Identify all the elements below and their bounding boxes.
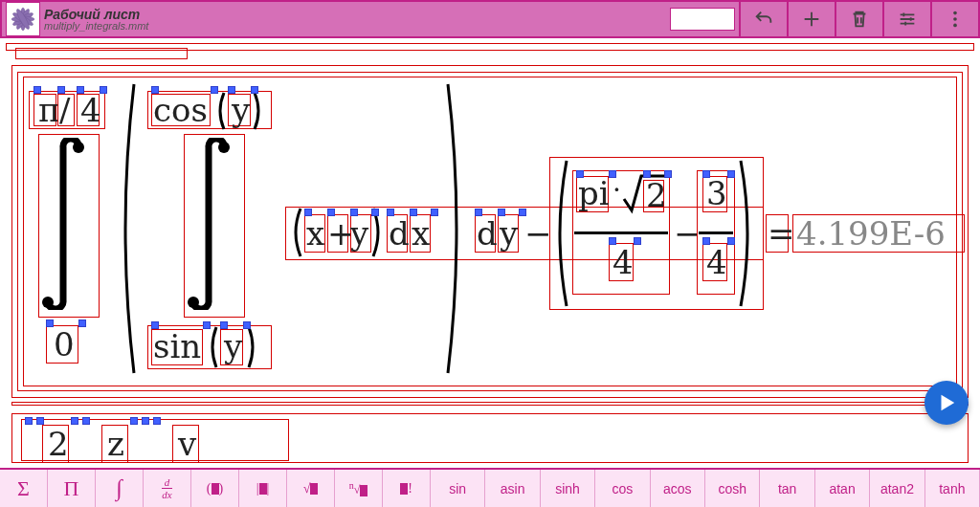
worksheet-title: Рабочий лист: [44, 8, 148, 21]
int1-lower-0[interactable]: 0: [54, 325, 75, 364]
int2-upper-y[interactable]: y: [232, 91, 250, 129]
work-area[interactable]: π / 4 0 cos y sin y: [0, 38, 980, 468]
sliders-icon: [897, 9, 918, 30]
play-button[interactable]: [924, 381, 969, 425]
fraction-bar-1: [574, 231, 668, 234]
app-bar-left: Рабочий лист multiply_integrals.mmt: [2, 2, 152, 36]
app-bar-right: [666, 2, 978, 36]
more-vert-icon: [945, 9, 966, 30]
int1-upper-slash: /: [59, 91, 70, 129]
inner-y[interactable]: y: [350, 214, 368, 253]
trash-icon: [849, 9, 870, 30]
fraction-bar-2: [699, 231, 733, 234]
tool-int[interactable]: ∫: [96, 470, 144, 507]
int2-lower-y[interactable]: y: [224, 327, 242, 365]
integral-sign-2: [188, 138, 235, 314]
svg-point-8: [953, 24, 957, 28]
flower-icon: [9, 5, 37, 33]
inner-x[interactable]: x: [306, 214, 324, 253]
equals-sign: =: [768, 214, 795, 253]
tool-prod[interactable]: Π: [48, 470, 96, 507]
tool-cosh[interactable]: cosh: [705, 470, 760, 507]
int1-upper-4[interactable]: 4: [80, 91, 101, 129]
title-block: Рабочий лист multiply_integrals.mmt: [44, 8, 148, 32]
play-icon: [936, 392, 957, 413]
rhs-frac2-den[interactable]: 4: [706, 243, 727, 281]
svg-point-6: [953, 11, 957, 15]
paren-open-cos: [214, 91, 226, 135]
paren-open-sin: [207, 325, 218, 373]
row2-v[interactable]: v: [178, 425, 196, 463]
int2-upper-cos[interactable]: cos: [153, 91, 208, 129]
appbar-empty-slot[interactable]: [670, 8, 735, 31]
minus-op: −: [524, 214, 552, 253]
tool-sum[interactable]: Σ: [0, 470, 48, 507]
int1-upper-pi[interactable]: π: [38, 91, 59, 129]
integral-sign-1: [42, 138, 90, 314]
app-icon[interactable]: [6, 2, 40, 36]
tool-nroot[interactable]: n√: [335, 470, 383, 507]
paren-close-outer: [442, 80, 469, 381]
row2-2[interactable]: 2: [48, 425, 69, 463]
tool-tan[interactable]: tan: [760, 470, 814, 507]
tool-fact[interactable]: !: [383, 470, 431, 507]
paren-close-cos: [253, 91, 264, 135]
svg-point-7: [953, 17, 957, 21]
app-bar: Рабочий лист multiply_integrals.mmt: [0, 0, 980, 38]
result-value: 4.199E-6: [796, 214, 946, 253]
paren-close-sin: [247, 325, 258, 373]
tool-cos[interactable]: cos: [595, 470, 650, 507]
tool-sin[interactable]: sin: [431, 470, 485, 507]
diff2-d: d: [477, 214, 498, 253]
tool-acos[interactable]: acos: [651, 470, 705, 507]
tool-sqrt[interactable]: √: [287, 470, 335, 507]
rhs-frac2-num[interactable]: 3: [706, 174, 727, 212]
svg-point-9: [73, 142, 84, 153]
int2-lower-sin[interactable]: sin: [153, 327, 201, 365]
rhs-frac1-den[interactable]: 4: [612, 243, 634, 281]
tool-atan[interactable]: atan: [815, 470, 870, 507]
tool-atan2[interactable]: atan2: [870, 470, 924, 507]
tool-deriv[interactable]: ddx: [144, 470, 191, 507]
rhs-pi[interactable]: pi: [578, 174, 610, 212]
tool-tanh[interactable]: tanh: [925, 470, 980, 507]
paren-close-rhs: [739, 159, 756, 312]
worksheet-filename: multiply_integrals.mmt: [44, 21, 148, 32]
paren-open-xy: [289, 207, 302, 262]
function-toolbar: Σ Π ∫ ddx () || √ n√ ! sin asin sinh cos…: [0, 468, 980, 507]
undo-button[interactable]: [739, 2, 787, 36]
rhs-dot: ·: [612, 174, 621, 206]
row2-z[interactable]: z: [107, 425, 124, 463]
undo-icon: [753, 9, 774, 30]
delete-button[interactable]: [835, 2, 882, 36]
tool-sinh[interactable]: sinh: [541, 470, 595, 507]
tool-paren[interactable]: (): [191, 470, 239, 507]
add-button[interactable]: [787, 2, 835, 36]
more-button[interactable]: [930, 2, 978, 36]
plus-icon: [801, 9, 822, 30]
settings-button[interactable]: [882, 2, 930, 36]
tool-asin[interactable]: asin: [485, 470, 540, 507]
paren-open-rhs: [551, 159, 568, 312]
paren-open-outer: [113, 80, 140, 381]
diff1-d: d: [389, 214, 410, 253]
rhs-sqrt-2[interactable]: 2: [646, 176, 667, 214]
diff1-x[interactable]: x: [412, 214, 430, 253]
svg-point-10: [42, 297, 54, 308]
svg-point-12: [188, 297, 199, 308]
diff2-y[interactable]: y: [500, 214, 518, 253]
tool-abs[interactable]: ||: [239, 470, 287, 507]
svg-point-11: [218, 142, 230, 153]
